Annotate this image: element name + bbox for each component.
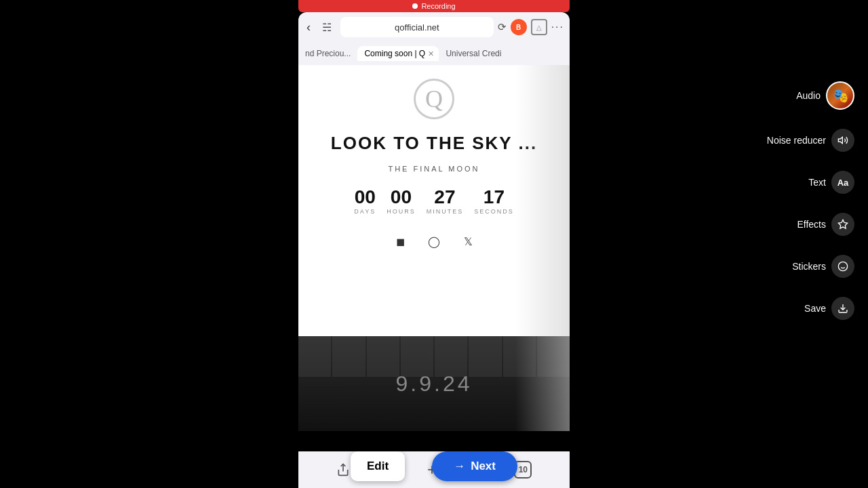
social-row: ◼ ◯ 𝕏 bbox=[390, 231, 478, 251]
recording-bar: Recording bbox=[298, 0, 570, 12]
more-button[interactable]: ··· bbox=[551, 21, 564, 33]
countdown: 00 DAYS 00 HOURS 27 MINUTES 17 SECONDS bbox=[354, 186, 513, 215]
tab-precious[interactable]: nd Preciou... bbox=[298, 46, 357, 61]
next-button[interactable]: → Next bbox=[432, 451, 517, 481]
stickers-button[interactable] bbox=[831, 255, 854, 278]
twitter-icon[interactable]: 𝕏 bbox=[458, 231, 478, 251]
pillar bbox=[401, 336, 433, 377]
url-text: qofficial.net bbox=[395, 22, 439, 33]
stickers-item: Stickers bbox=[792, 255, 854, 278]
q-letter: Q bbox=[425, 85, 443, 113]
effects-button[interactable] bbox=[831, 213, 854, 236]
text-button[interactable]: Aa bbox=[831, 171, 854, 194]
shield-icon[interactable]: △ bbox=[531, 19, 547, 35]
browser-toolbar: ‹ ☵ qofficial.net ⟳ B △ ··· bbox=[298, 12, 570, 42]
edit-button[interactable]: Edit bbox=[351, 451, 405, 481]
overlay-panel: Audio 🎭 Noise reducer Text Aa Effects S bbox=[767, 81, 854, 320]
back-button[interactable]: ‹ bbox=[304, 18, 313, 37]
svg-marker-4 bbox=[838, 220, 847, 228]
pillar bbox=[537, 336, 570, 377]
tab-label: nd Preciou... bbox=[305, 49, 351, 58]
instagram-icon[interactable]: ◯ bbox=[424, 231, 444, 251]
text-label: Text bbox=[808, 177, 826, 188]
pillar bbox=[503, 336, 536, 377]
minutes-value: 27 bbox=[434, 186, 455, 208]
countdown-hours: 00 HOURS bbox=[387, 186, 416, 215]
website: Q LOOK TO THE SKY ... THE FINAL MOON 00 … bbox=[298, 65, 570, 336]
avatar[interactable]: 🎭 bbox=[826, 81, 854, 110]
tab-label: Universal Credi bbox=[446, 49, 501, 58]
tab-label: Coming soon | Q bbox=[364, 49, 425, 58]
document-icon: ☵ bbox=[317, 18, 336, 37]
noise-reducer-item: Noise reducer bbox=[767, 129, 854, 152]
building-section: 9.9.24 bbox=[298, 336, 570, 431]
tab-coming-soon[interactable]: Coming soon | Q ✕ bbox=[357, 46, 439, 61]
svg-marker-3 bbox=[838, 137, 842, 143]
q-logo: Q bbox=[414, 79, 454, 119]
stickers-label: Stickers bbox=[792, 261, 826, 272]
days-label: DAYS bbox=[354, 208, 376, 215]
save-label: Save bbox=[804, 303, 826, 314]
pillar bbox=[435, 336, 467, 377]
tab-universal[interactable]: Universal Credi bbox=[439, 46, 508, 61]
save-button[interactable] bbox=[831, 297, 854, 320]
noise-reducer-label: Noise reducer bbox=[767, 135, 826, 146]
effects-item: Effects bbox=[797, 213, 854, 236]
pillars bbox=[298, 336, 570, 377]
hours-value: 00 bbox=[391, 186, 412, 208]
recording-label: Recording bbox=[421, 2, 455, 10]
tabs-row: nd Preciou... Coming soon | Q ✕ Universa… bbox=[298, 42, 570, 65]
url-bar[interactable]: qofficial.net bbox=[340, 17, 494, 37]
headline: LOOK TO THE SKY ... bbox=[331, 133, 537, 154]
audio-label: Audio bbox=[796, 90, 821, 101]
rec-dot bbox=[412, 3, 418, 9]
save-item: Save bbox=[804, 297, 854, 320]
refresh-button[interactable]: ⟳ bbox=[498, 21, 507, 33]
effects-label: Effects bbox=[797, 219, 826, 230]
svg-point-5 bbox=[838, 262, 847, 270]
text-icon: Aa bbox=[837, 178, 849, 188]
browser-chrome: ‹ ☵ qofficial.net ⟳ B △ ··· nd Preciou..… bbox=[298, 12, 570, 65]
countdown-seconds: 17 SECONDS bbox=[474, 186, 514, 215]
audio-item: Audio 🎭 bbox=[796, 81, 854, 110]
noise-reducer-button[interactable] bbox=[831, 129, 854, 152]
countdown-minutes: 27 MINUTES bbox=[427, 186, 464, 215]
tab-close-button[interactable]: ✕ bbox=[428, 49, 434, 58]
patreon-icon[interactable]: ◼ bbox=[390, 231, 410, 251]
minutes-label: MINUTES bbox=[427, 208, 464, 215]
seconds-label: SECONDS bbox=[474, 208, 514, 215]
next-arrow-icon: → bbox=[454, 460, 465, 473]
text-item: Text Aa bbox=[808, 171, 854, 194]
pillar bbox=[298, 336, 331, 377]
browser-content: Q LOOK TO THE SKY ... THE FINAL MOON 00 … bbox=[298, 65, 570, 431]
seconds-value: 17 bbox=[484, 186, 505, 208]
pillar bbox=[332, 336, 365, 377]
pillar bbox=[469, 336, 501, 377]
next-label: Next bbox=[471, 460, 496, 473]
days-value: 00 bbox=[355, 186, 376, 208]
bottom-actions: Edit → Next bbox=[0, 451, 868, 481]
subtitle: THE FINAL MOON bbox=[388, 165, 479, 173]
brave-icon[interactable]: B bbox=[511, 19, 527, 35]
hours-label: HOURS bbox=[387, 208, 416, 215]
pillar bbox=[367, 336, 399, 377]
countdown-days: 00 DAYS bbox=[354, 186, 376, 215]
